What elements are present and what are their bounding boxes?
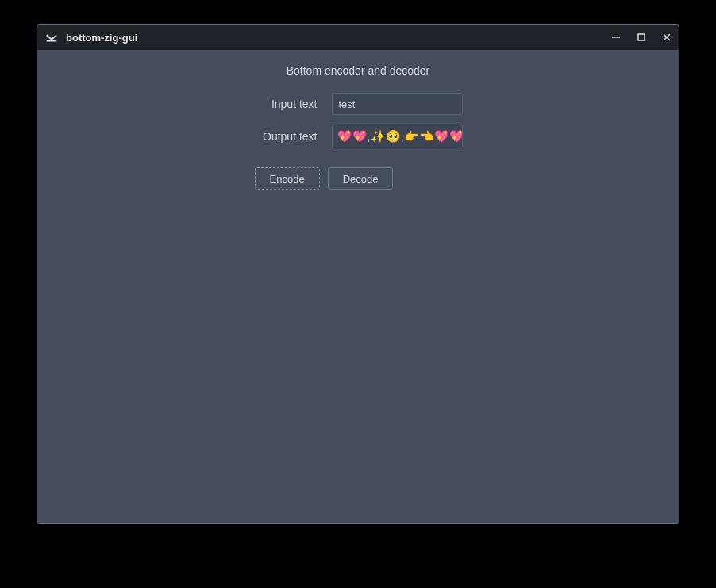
window-controls bbox=[610, 32, 672, 43]
page-heading: Bottom encoder and decoder bbox=[287, 64, 430, 77]
button-row: Encode Decode bbox=[255, 167, 394, 190]
titlebar[interactable]: bottom-zig-gui bbox=[37, 25, 679, 50]
svg-rect-2 bbox=[638, 34, 645, 40]
output-label: Output text bbox=[254, 130, 318, 143]
minimize-button[interactable] bbox=[610, 32, 622, 43]
input-label: Input text bbox=[254, 98, 318, 110]
app-window: bottom-zig-gui Bottom encoder and dec bbox=[37, 24, 679, 524]
app-icon bbox=[44, 29, 60, 45]
input-text-field[interactable] bbox=[332, 93, 463, 115]
input-row: Input text bbox=[254, 93, 463, 115]
window-title: bottom-zig-gui bbox=[66, 32, 610, 44]
maximize-button[interactable] bbox=[636, 32, 647, 43]
decode-button[interactable]: Decode bbox=[328, 167, 394, 190]
output-text-field[interactable]: 💖💖,✨🥺,👉👈💖💖,🥺 bbox=[332, 125, 463, 148]
content-area: Bottom encoder and decoder Input text Ou… bbox=[37, 50, 679, 523]
close-button[interactable] bbox=[661, 32, 672, 43]
encode-button[interactable]: Encode bbox=[255, 167, 320, 190]
output-row: Output text 💖💖,✨🥺,👉👈💖💖,🥺 bbox=[254, 125, 463, 148]
